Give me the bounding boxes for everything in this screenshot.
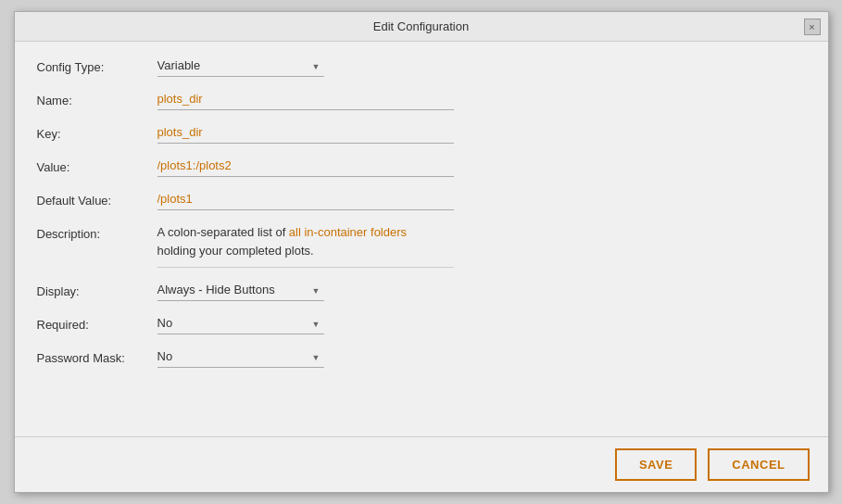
save-button[interactable]: SAVE [615,448,697,481]
description-text: A colon-separated list of all in-contain… [157,223,454,259]
dialog-titlebar: Edit Configuration × [15,12,828,42]
name-label: Name: [37,90,157,107]
description-text-part2: holding your completed plots. [157,244,314,258]
name-input[interactable] [157,90,454,110]
required-label: Required: [37,314,157,332]
description-text-part1: A colon-separated list of [157,225,289,239]
config-type-select-wrapper[interactable]: Variable Fixed Secret [157,57,324,77]
edit-configuration-dialog: Edit Configuration × Config Type: Variab… [14,11,829,493]
key-input[interactable] [157,123,454,144]
description-highlight: all in-container folders [289,225,407,239]
display-label: Display: [37,281,157,298]
display-select-wrapper[interactable]: Always - Hide Buttons Always - Show Butt… [157,281,324,301]
dialog-footer: SAVE CANCEL [15,436,828,492]
name-row: Name: [37,90,806,110]
config-type-select[interactable]: Variable Fixed Secret [157,57,324,77]
close-icon: × [809,21,814,32]
description-divider [157,267,454,268]
default-value-label: Default Value: [37,190,157,208]
required-select-wrapper[interactable]: No Yes [157,314,324,334]
config-type-label: Config Type: [37,57,157,74]
display-select[interactable]: Always - Hide Buttons Always - Show Butt… [157,281,324,301]
value-label: Value: [37,157,157,174]
default-value-row: Default Value: [37,190,806,210]
config-type-row: Config Type: Variable Fixed Secret [37,57,806,77]
required-control: No Yes [157,314,806,334]
password-mask-select-wrapper[interactable]: No Yes [157,347,324,368]
dialog-body: Config Type: Variable Fixed Secret Name:… [15,42,828,436]
password-mask-label: Password Mask: [37,347,157,365]
description-label: Description: [37,223,157,241]
description-row: Description: A colon-separated list of a… [37,223,806,268]
key-label: Key: [37,123,157,141]
value-control [157,157,806,177]
password-mask-row: Password Mask: No Yes [37,347,806,368]
dialog-title: Edit Configuration [373,19,469,33]
password-mask-control: No Yes [157,347,806,368]
password-mask-select[interactable]: No Yes [157,347,324,368]
close-button[interactable]: × [804,19,821,35]
name-control [157,90,806,110]
value-row: Value: [37,157,806,177]
key-control [157,123,806,144]
key-row: Key: [37,123,806,144]
default-value-input[interactable] [157,190,454,210]
description-control: A colon-separated list of all in-contain… [157,223,806,268]
value-input[interactable] [157,157,454,177]
cancel-button[interactable]: CANCEL [708,448,809,481]
required-row: Required: No Yes [37,314,806,334]
default-value-control [157,190,806,210]
display-row: Display: Always - Hide Buttons Always - … [37,281,806,301]
config-type-control: Variable Fixed Secret [157,57,806,77]
required-select[interactable]: No Yes [157,314,324,334]
display-control: Always - Hide Buttons Always - Show Butt… [157,281,806,301]
